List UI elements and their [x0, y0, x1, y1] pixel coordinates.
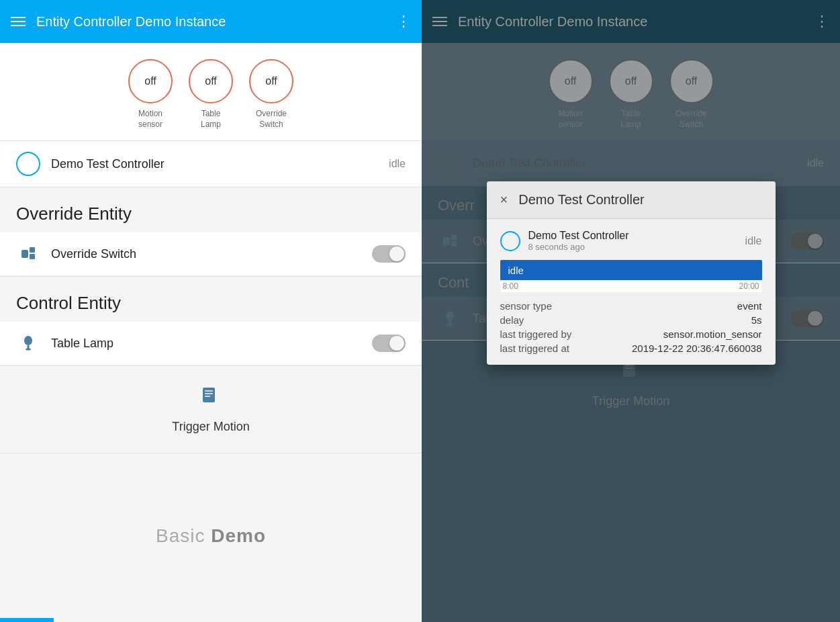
dialog-controller-circle — [500, 231, 520, 251]
info-row-triggered-at: last triggered at 2019-12-22 20:36:47.66… — [500, 343, 762, 354]
info-row-triggered-by: last triggered by sensor.motion_sensor — [500, 328, 762, 340]
sensor-circle-override[interactable]: off — [249, 59, 293, 103]
dialog-body: Demo Test Controller 8 seconds ago idle … — [487, 219, 776, 365]
left-panel: Entity Controller Demo Instance ⋮ off Mo… — [0, 0, 422, 622]
delay-key: delay — [500, 314, 524, 326]
dialog-controller-status-badge: idle — [745, 235, 762, 247]
sensor-type-key: sensor type — [500, 300, 553, 312]
svg-rect-7 — [205, 390, 213, 392]
toggle-knob-lamp — [389, 336, 404, 351]
sensor-item-motion: off Motionsensor — [128, 59, 173, 130]
basic-demo-row: Basic Demo — [0, 453, 422, 618]
info-table: sensor type event delay 5s last triggere… — [500, 300, 762, 354]
svg-point-3 — [24, 336, 32, 345]
svg-rect-6 — [203, 388, 215, 402]
table-lamp-icon — [16, 331, 40, 355]
timeline-end-label: 20:00 — [739, 281, 759, 291]
triggered-by-key: last triggered by — [500, 328, 572, 340]
controller-status: idle — [389, 158, 406, 170]
sensor-label-override: OverrideSwitch — [256, 109, 287, 130]
basic-demo-text: Basic Demo — [156, 525, 266, 547]
triggered-by-value: sensor.motion_sensor — [663, 328, 762, 340]
dialog-close-button[interactable]: × — [500, 192, 508, 208]
dialog-controller-time: 8 seconds ago — [528, 242, 737, 252]
controller-icon — [16, 152, 40, 176]
menu-icon[interactable] — [11, 17, 26, 26]
timeline-bar-row: idle — [500, 260, 762, 280]
sensor-type-value: event — [737, 300, 762, 312]
trigger-motion-label[interactable]: Trigger Motion — [172, 420, 249, 434]
toggle-knob — [389, 247, 404, 261]
override-switch-icon — [16, 242, 40, 266]
dialog-title: Demo Test Controller — [518, 192, 644, 208]
timeline: idle 8:00 20:00 — [500, 260, 762, 292]
sensor-item-override: off OverrideSwitch — [249, 59, 293, 130]
bottom-bar — [0, 618, 54, 622]
info-row-delay: delay 5s — [500, 314, 762, 326]
left-sensors-row: off Motionsensor off TableLamp off Overr… — [0, 43, 422, 140]
sensor-item-lamp: off TableLamp — [189, 59, 233, 130]
override-entity-row: Override Switch — [0, 232, 422, 276]
dialog-controller-row: Demo Test Controller 8 seconds ago idle — [500, 230, 762, 252]
timeline-start-label: 8:00 — [503, 281, 518, 291]
trigger-motion-section: Trigger Motion — [0, 366, 422, 453]
timeline-idle-label: idle — [508, 265, 524, 276]
table-lamp-label: Table Lamp — [51, 337, 361, 351]
svg-rect-0 — [21, 250, 28, 258]
right-panel: Entity Controller Demo Instance ⋮ off Mo… — [422, 0, 840, 622]
control-entity-row: Table Lamp — [0, 322, 422, 365]
sensor-circle-lamp[interactable]: off — [189, 59, 233, 103]
left-controller-row[interactable]: Demo Test Controller idle — [0, 141, 422, 187]
dialog-controller-info: Demo Test Controller 8 seconds ago — [528, 230, 737, 252]
trigger-motion-icon — [199, 385, 223, 414]
svg-rect-1 — [30, 247, 35, 253]
more-icon[interactable]: ⋮ — [396, 13, 411, 30]
dialog-overlay: × Demo Test Controller Demo Test Control… — [422, 0, 840, 622]
sensor-circle-motion[interactable]: off — [128, 59, 173, 103]
triggered-at-value: 2019-12-22 20:36:47.660038 — [632, 343, 762, 354]
timeline-labels: 8:00 20:00 — [500, 280, 762, 292]
dialog-header: × Demo Test Controller — [487, 181, 776, 219]
dialog-controller-name: Demo Test Controller — [528, 230, 737, 242]
control-section-header: Control Entity — [0, 277, 422, 322]
svg-rect-8 — [205, 393, 213, 394]
timeline-idle-bar: idle — [500, 260, 762, 280]
left-app-bar-title: Entity Controller Demo Instance — [36, 14, 385, 30]
left-app-bar: Entity Controller Demo Instance ⋮ — [0, 0, 422, 43]
svg-point-5 — [26, 349, 31, 351]
override-section-header: Override Entity — [0, 187, 422, 232]
controller-name: Demo Test Controller — [51, 157, 378, 171]
svg-rect-9 — [205, 396, 210, 397]
table-lamp-toggle[interactable] — [372, 335, 406, 352]
svg-rect-2 — [30, 254, 35, 259]
demo-test-controller-dialog: × Demo Test Controller Demo Test Control… — [487, 181, 776, 365]
sensor-label-motion: Motionsensor — [138, 109, 162, 130]
override-switch-toggle[interactable] — [372, 245, 406, 263]
override-switch-label: Override Switch — [51, 247, 361, 261]
sensor-label-lamp: TableLamp — [201, 109, 221, 130]
delay-value: 5s — [751, 314, 762, 326]
triggered-at-key: last triggered at — [500, 343, 569, 354]
info-row-sensor-type: sensor type event — [500, 300, 762, 312]
svg-rect-10 — [205, 398, 209, 400]
